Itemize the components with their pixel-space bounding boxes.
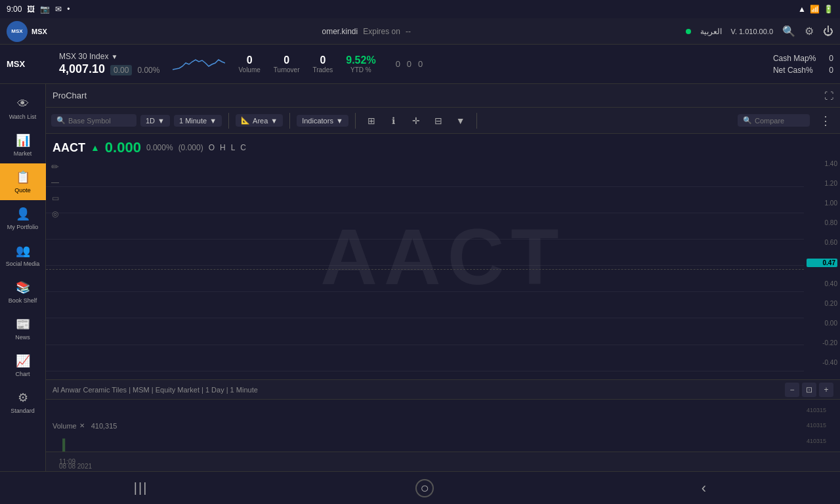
chart-symbol: AACT [52, 141, 85, 155]
sidebar-item-bookshelf[interactable]: 📚 Book Shelf [0, 274, 46, 310]
sidebar-item-quote[interactable]: 📋 Quote [0, 163, 46, 200]
mail-icon: ✉ [55, 5, 62, 14]
net-cash-value: 0 [829, 66, 833, 75]
watch-list-label: Watch List [9, 114, 37, 120]
area-icon: 📐 [241, 116, 250, 125]
cash-map-label: Cash Map% [773, 54, 816, 63]
symbol-search-input[interactable] [68, 117, 127, 125]
indicators-chevron: ▼ [336, 117, 343, 125]
price-scale--0.20: -0.20 [807, 339, 837, 346]
social-label: Social Media [6, 261, 40, 267]
index-name: MSX 30 Index [59, 52, 108, 61]
compare-search-input[interactable] [755, 117, 801, 125]
bar-chart-btn[interactable]: ⊞ [362, 112, 381, 130]
home-nav-btn[interactable]: ○ [415, 479, 434, 497]
back-nav-btn[interactable]: ‹ [702, 480, 706, 497]
info-btn[interactable]: ℹ [385, 112, 403, 130]
chart-price-change-abs: (0.000) [178, 143, 203, 152]
symbol-search[interactable]: 🔍 [51, 114, 136, 127]
chart-icon: 📈 [16, 354, 30, 368]
crosshair-btn[interactable]: ✛ [407, 112, 425, 130]
interval-dropdown[interactable]: 1 Minute ▼ [174, 115, 222, 127]
version-label: V. 1.010.00.0 [731, 28, 773, 35]
price-scale: 1.40 1.20 1.00 0.80 0.60 0.47 0.40 0.20 … [804, 134, 840, 379]
market-icon: 📊 [16, 133, 30, 148]
ohlc-o: O [209, 143, 215, 152]
photo-icon: 🖼 [27, 5, 35, 14]
expand-icon[interactable]: ⛶ [824, 91, 833, 101]
compare-search[interactable]: 🔍 [738, 114, 810, 127]
market-bar: MSX MSX 30 Index ▼ 4,007.10 0.00 0.00% 0… [0, 45, 840, 84]
divider-3 [355, 113, 356, 129]
net-cash-label: Net Cash% [773, 66, 813, 75]
index-dropdown-icon[interactable]: ▼ [111, 53, 117, 60]
volume-area: Volume ✕ 410,315 410315 410315 410315 [46, 399, 840, 452]
interval-label: 1 Minute [179, 117, 207, 125]
ytd-label: YTD % [350, 66, 371, 74]
quote-label: Quote [14, 187, 31, 194]
status-bar: 9:00 🖼 📷 ✉ • ▲ 📶 🔋 [0, 0, 840, 18]
sidebar-item-portfolio[interactable]: 👤 My Portfolio [0, 200, 46, 237]
indicators-dropdown[interactable]: Indicators ▼ [297, 115, 348, 127]
sidebar-item-social[interactable]: 👥 Social Media [0, 237, 46, 274]
search-icon[interactable]: 🔍 [782, 25, 795, 37]
sidebar-item-chart[interactable]: 📈 Chart [0, 347, 46, 384]
prochart-header: ProChart ⛶ [46, 84, 840, 108]
time-axis: 11:09 08 08 2021 [46, 452, 840, 471]
timeframe-dropdown[interactable]: 1D ▼ [140, 115, 170, 127]
grid-dropdown-btn[interactable]: ▼ [452, 112, 470, 130]
signal-icon: 📶 [810, 5, 820, 14]
expires-value: -- [406, 27, 411, 36]
price-scale--0.40: -0.40 [807, 359, 837, 366]
indicators-label: Indicators [302, 117, 333, 125]
more-options-btn[interactable]: ⋮ [816, 112, 835, 130]
sidebar-item-news[interactable]: 📰 News [0, 310, 46, 347]
zoom-out-btn[interactable]: − [785, 383, 799, 397]
menu-nav-btn[interactable]: ||| [134, 480, 148, 495]
chart-info-text: Al Anwar Ceramic Tiles | MSM | Equity Ma… [52, 386, 258, 394]
sidebar-item-watch-list[interactable]: 👁 Watch List [0, 91, 46, 127]
wifi-icon: ▲ [798, 5, 806, 14]
index-change: 0.00 [110, 65, 132, 75]
price-scale-0.60: 0.60 [807, 239, 837, 246]
bookshelf-icon: 📚 [16, 280, 30, 295]
prochart-title: ProChart [52, 91, 87, 100]
divider-4 [476, 113, 477, 129]
trades-value: 0 [320, 54, 326, 66]
msx-title: MSX [7, 59, 46, 69]
zoom-controls: − ⊡ + [785, 383, 833, 397]
ohlc-l: L [231, 143, 236, 152]
grid-lines [46, 160, 804, 379]
chart-type-dropdown[interactable]: 📐 Area ▼ [236, 114, 283, 127]
grid-line-5 [46, 291, 804, 292]
sidebar-item-standard[interactable]: ⚙ Standard [0, 384, 46, 421]
main-layout: 👁 Watch List 📊 Market 📋 Quote 👤 My Portf… [0, 84, 840, 471]
watch-list-icon: 👁 [17, 97, 29, 111]
msx-logo[interactable]: MSX [7, 21, 28, 42]
interval-chevron: ▼ [209, 117, 217, 125]
price-scale-0.00: 0.00 [807, 320, 837, 327]
market-label: Market [14, 150, 32, 157]
power-icon[interactable]: ⏻ [823, 26, 833, 37]
index-value: 4,007.10 [59, 62, 105, 76]
grid-btn[interactable]: ⊟ [429, 112, 448, 130]
settings-icon[interactable]: ⚙ [805, 25, 814, 37]
cash-section: Cash Map% 0 Net Cash% 0 [773, 54, 833, 75]
compare-search-icon: 🔍 [743, 116, 752, 125]
timeframe-label: 1D [146, 117, 155, 125]
fit-btn[interactable]: ⊡ [802, 383, 816, 397]
news-label: News [15, 334, 30, 341]
msx-label: MSX [32, 28, 47, 35]
chart-area: ProChart ⛶ 🔍 1D ▼ 1 Minute ▼ 📐 Area ▼ [46, 84, 840, 471]
bottom-nav: ||| ○ ‹ [0, 471, 840, 504]
chart-type-chevron: ▼ [270, 117, 278, 125]
price-scale-1.20: 1.20 [807, 180, 837, 187]
volume-label: Volume [238, 66, 260, 74]
stats-group: 0 Volume 0 Turnover 0 Trades 9.52% YTD % [238, 54, 375, 74]
language-toggle[interactable]: العربية [700, 27, 722, 36]
sidebar-item-market[interactable]: 📊 Market [0, 127, 46, 163]
ohlc-labels: O H L C [209, 143, 246, 152]
zoom-in-btn[interactable]: + [819, 383, 833, 397]
divider-2 [289, 113, 290, 129]
ohlc-c: C [240, 143, 246, 152]
